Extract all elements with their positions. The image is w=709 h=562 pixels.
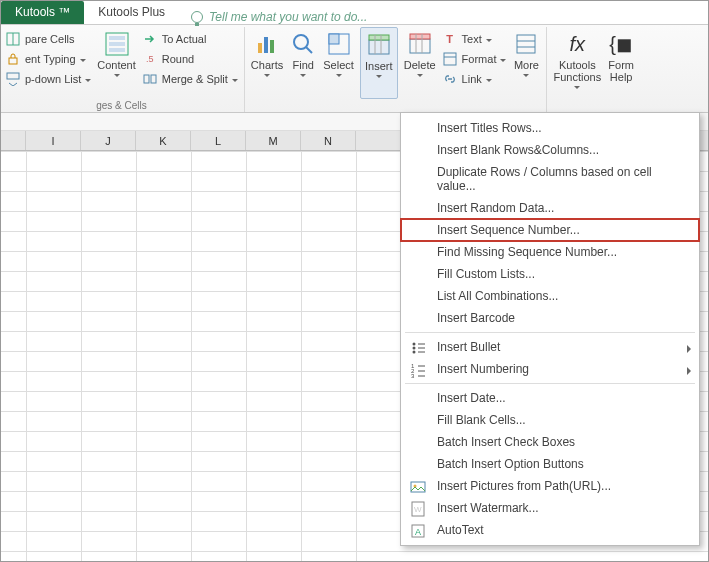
menu-item[interactable]: Insert Random Data... bbox=[401, 197, 699, 219]
colhead-N[interactable]: N bbox=[301, 131, 356, 150]
select-label: Select bbox=[323, 59, 354, 71]
prevent-typing-button[interactable]: ent Typing bbox=[5, 49, 91, 69]
menu-item[interactable]: Find Missing Sequence Number... bbox=[401, 241, 699, 263]
content-icon bbox=[103, 30, 131, 58]
charts-button[interactable]: Charts bbox=[251, 27, 283, 99]
menu-item[interactable]: Insert Pictures from Path(URL)... bbox=[401, 475, 699, 497]
menu-item-label: List All Combinations... bbox=[437, 289, 558, 303]
select-button[interactable]: Select bbox=[323, 27, 354, 99]
svg-rect-21 bbox=[410, 39, 430, 53]
svg-rect-22 bbox=[410, 34, 430, 39]
merge-icon bbox=[142, 71, 158, 87]
menu-item-label: Batch Insert Check Boxes bbox=[437, 435, 575, 449]
colhead-M[interactable]: M bbox=[246, 131, 301, 150]
menu-item[interactable]: Insert Sequence Number... bbox=[401, 219, 699, 241]
menu-item[interactable]: Insert Titles Rows... bbox=[401, 117, 699, 139]
menu-item[interactable]: Fill Custom Lists... bbox=[401, 263, 699, 285]
charts-label: Charts bbox=[251, 59, 283, 71]
menu-item[interactable]: Fill Blank Cells... bbox=[401, 409, 699, 431]
menu-item[interactable]: Insert Bullet bbox=[401, 336, 699, 358]
menu-item[interactable]: 123Insert Numbering bbox=[401, 358, 699, 380]
menu-item[interactable]: WInsert Watermark... bbox=[401, 497, 699, 519]
colhead-L[interactable]: L bbox=[191, 131, 246, 150]
svg-line-14 bbox=[306, 47, 312, 53]
svg-rect-9 bbox=[151, 75, 156, 83]
svg-point-34 bbox=[413, 351, 416, 354]
prevent-typing-label: ent Typing bbox=[25, 53, 76, 65]
to-actual-label: To Actual bbox=[162, 33, 207, 45]
find-label: Find bbox=[293, 59, 314, 71]
chevron-down-icon bbox=[264, 74, 270, 77]
text-format-link-stack: T Text Format Link bbox=[442, 27, 507, 89]
compare-cells-label: pare Cells bbox=[25, 33, 75, 45]
menu-item-label: Insert Date... bbox=[437, 391, 506, 405]
tab-kutools-plus[interactable]: Kutools Plus bbox=[84, 1, 179, 24]
colhead-I[interactable]: I bbox=[26, 131, 81, 150]
menu-item-label: AutoText bbox=[437, 523, 484, 537]
text-icon: T bbox=[442, 31, 458, 47]
find-button[interactable]: Find bbox=[289, 27, 317, 99]
tell-me-box[interactable]: Tell me what you want to do... bbox=[179, 10, 367, 24]
svg-rect-11 bbox=[264, 37, 268, 53]
merge-split-button[interactable]: Merge & Split bbox=[142, 69, 238, 89]
svg-rect-6 bbox=[109, 42, 125, 46]
menu-item-label: Insert Barcode bbox=[437, 311, 515, 325]
content-button[interactable]: Content bbox=[97, 27, 136, 99]
menu-item[interactable]: Insert Blank Rows&Columns... bbox=[401, 139, 699, 161]
format-button[interactable]: Format bbox=[442, 49, 507, 69]
round-button[interactable]: .5 Round bbox=[142, 49, 238, 69]
colhead-J[interactable]: J bbox=[81, 131, 136, 150]
insert-dropdown-menu: Insert Titles Rows...Insert Blank Rows&C… bbox=[400, 112, 700, 546]
formula-helper-label: Form Help bbox=[608, 59, 634, 83]
svg-rect-5 bbox=[109, 36, 125, 40]
round-label: Round bbox=[162, 53, 194, 65]
link-label: Link bbox=[462, 73, 482, 85]
formula-helper-button[interactable]: {◼ Form Help bbox=[607, 27, 635, 99]
watermark-icon: W bbox=[409, 500, 427, 518]
svg-point-13 bbox=[294, 35, 308, 49]
chevron-right-icon bbox=[687, 345, 691, 353]
tab-kutools[interactable]: Kutools ™ bbox=[1, 1, 84, 24]
select-icon bbox=[325, 30, 353, 58]
chevron-right-icon bbox=[687, 367, 691, 375]
menu-item-label: Insert Random Data... bbox=[437, 201, 554, 215]
text-button[interactable]: T Text bbox=[442, 29, 507, 49]
more-button[interactable]: More bbox=[512, 27, 540, 99]
colhead-K[interactable]: K bbox=[136, 131, 191, 150]
chevron-down-icon bbox=[80, 59, 86, 62]
link-button[interactable]: Link bbox=[442, 69, 507, 89]
menu-item[interactable]: AAutoText bbox=[401, 519, 699, 541]
chevron-down-icon bbox=[417, 74, 423, 77]
to-actual-icon bbox=[142, 31, 158, 47]
delete-label: Delete bbox=[404, 59, 436, 71]
menu-item[interactable]: Insert Date... bbox=[401, 387, 699, 409]
tell-me-text: Tell me what you want to do... bbox=[209, 10, 367, 24]
compare-cells-button[interactable]: pare Cells bbox=[5, 29, 91, 49]
svg-rect-8 bbox=[144, 75, 149, 83]
content-label: Content bbox=[97, 59, 136, 71]
menu-item[interactable]: List All Combinations... bbox=[401, 285, 699, 307]
svg-rect-25 bbox=[444, 53, 456, 65]
to-actual-button[interactable]: To Actual bbox=[142, 29, 238, 49]
lightbulb-icon bbox=[191, 11, 203, 23]
svg-rect-27 bbox=[517, 35, 535, 53]
svg-rect-3 bbox=[7, 73, 19, 79]
menu-item-label: Batch Insert Option Buttons bbox=[437, 457, 584, 471]
menu-item-label: Insert Blank Rows&Columns... bbox=[437, 143, 599, 157]
svg-point-30 bbox=[413, 343, 416, 346]
menu-item[interactable]: Batch Insert Check Boxes bbox=[401, 431, 699, 453]
kutools-functions-button[interactable]: fx Kutools Functions bbox=[553, 27, 601, 99]
more-label: More bbox=[514, 59, 539, 71]
menu-item[interactable]: Insert Barcode bbox=[401, 307, 699, 329]
menu-item-label: Fill Custom Lists... bbox=[437, 267, 535, 281]
menu-item[interactable]: Batch Insert Option Buttons bbox=[401, 453, 699, 475]
dropdown-list-button[interactable]: p-down List bbox=[5, 69, 91, 89]
menu-item[interactable]: Duplicate Rows / Columns based on cell v… bbox=[401, 161, 699, 197]
group-label-ranges-cells: ges & Cells bbox=[96, 99, 147, 113]
delete-button[interactable]: Delete bbox=[404, 27, 436, 99]
chevron-down-icon bbox=[232, 79, 238, 82]
insert-button[interactable]: Insert bbox=[360, 27, 398, 99]
dropdown-list-icon bbox=[5, 71, 21, 87]
svg-rect-2 bbox=[9, 58, 17, 64]
menu-item-label: Insert Watermark... bbox=[437, 501, 539, 515]
